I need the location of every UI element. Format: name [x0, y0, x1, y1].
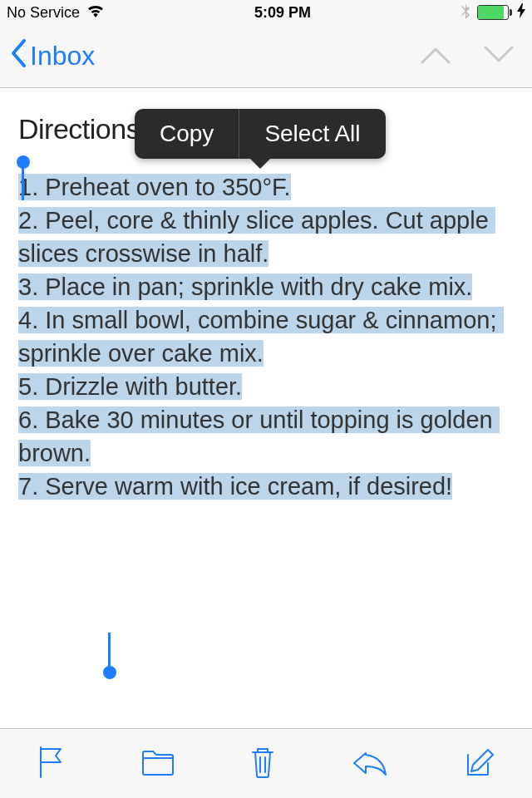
- status-bar: No Service 5:09 PM: [0, 0, 532, 25]
- back-button[interactable]: Inbox: [10, 39, 95, 74]
- charging-icon: [517, 3, 525, 22]
- reply-button[interactable]: [351, 748, 387, 780]
- popover-arrow-icon: [249, 157, 272, 169]
- nav-bar: Inbox: [0, 25, 532, 88]
- battery-icon: [477, 5, 509, 20]
- carrier-label: No Service: [7, 4, 80, 22]
- message-body[interactable]: Directions Copy Select All 1. Preheat ov…: [0, 88, 532, 728]
- compose-button[interactable]: [463, 746, 495, 781]
- bluetooth-icon: [461, 2, 470, 23]
- selection-handle-end[interactable]: [103, 666, 116, 679]
- copy-button[interactable]: Copy: [135, 109, 239, 159]
- text-selection-popover: Copy Select All: [135, 109, 386, 159]
- selected-text[interactable]: 1. Preheat oven to 350°F. 2. Peel, core …: [18, 174, 504, 500]
- flag-button[interactable]: [37, 746, 66, 782]
- bottom-toolbar: [0, 728, 532, 798]
- selection-bar-end: [108, 633, 111, 667]
- wifi-icon: [86, 4, 105, 22]
- move-button[interactable]: [141, 748, 175, 780]
- select-all-button[interactable]: Select All: [239, 109, 385, 159]
- trash-button[interactable]: [249, 746, 276, 782]
- clock: 5:09 PM: [254, 4, 311, 22]
- prev-message-button[interactable]: [421, 46, 451, 67]
- back-label: Inbox: [30, 41, 95, 71]
- next-message-button[interactable]: [484, 46, 514, 67]
- selection-bar-start: [22, 167, 24, 200]
- chevron-left-icon: [10, 39, 27, 74]
